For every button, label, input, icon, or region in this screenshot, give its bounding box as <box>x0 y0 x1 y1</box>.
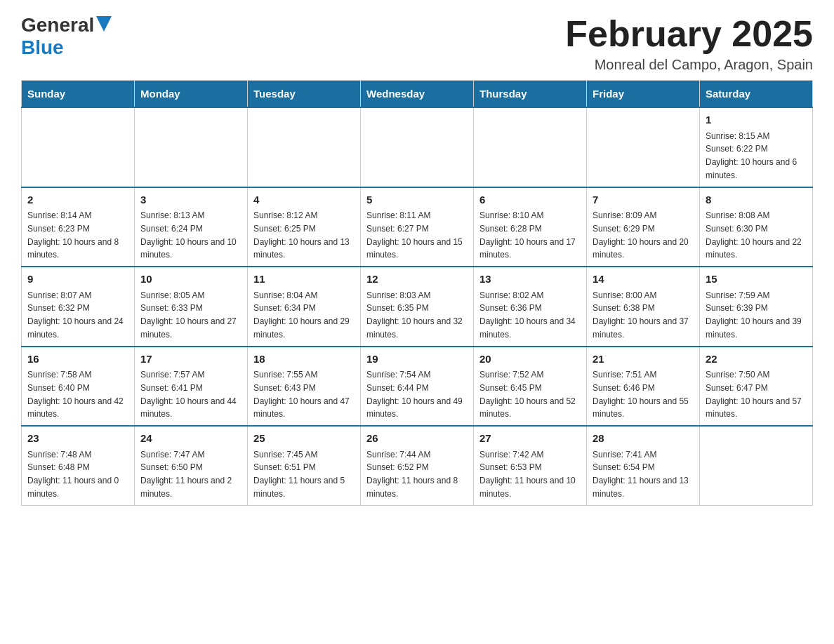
day-info: Sunrise: 7:54 AMSunset: 6:44 PMDaylight:… <box>366 370 463 419</box>
calendar-cell: 17Sunrise: 7:57 AMSunset: 6:41 PMDayligh… <box>135 347 248 427</box>
calendar-cell: 19Sunrise: 7:54 AMSunset: 6:44 PMDayligh… <box>361 347 474 427</box>
calendar-cell: 10Sunrise: 8:05 AMSunset: 6:33 PMDayligh… <box>135 267 248 347</box>
calendar-cell: 22Sunrise: 7:50 AMSunset: 6:47 PMDayligh… <box>700 347 813 427</box>
day-info: Sunrise: 7:42 AMSunset: 6:53 PMDaylight:… <box>479 450 576 499</box>
calendar-cell <box>22 107 135 187</box>
day-number: 1 <box>706 112 807 128</box>
day-info: Sunrise: 7:44 AMSunset: 6:52 PMDaylight:… <box>366 450 458 499</box>
calendar-cell: 7Sunrise: 8:09 AMSunset: 6:29 PMDaylight… <box>587 187 700 267</box>
day-number: 7 <box>593 192 694 208</box>
header: General Blue February 2025 Monreal del C… <box>21 14 813 73</box>
calendar-cell: 20Sunrise: 7:52 AMSunset: 6:45 PMDayligh… <box>474 347 587 427</box>
day-number: 6 <box>479 192 581 208</box>
day-number: 24 <box>140 431 241 447</box>
calendar-week-5: 23Sunrise: 7:48 AMSunset: 6:48 PMDayligh… <box>22 426 813 505</box>
weekday-header-tuesday: Tuesday <box>248 81 361 108</box>
day-number: 18 <box>253 351 355 368</box>
day-number: 17 <box>140 351 241 368</box>
day-number: 26 <box>366 431 468 447</box>
day-info: Sunrise: 7:57 AMSunset: 6:41 PMDaylight:… <box>140 370 237 419</box>
day-info: Sunrise: 8:15 AMSunset: 6:22 PMDaylight:… <box>706 131 797 180</box>
calendar-cell: 26Sunrise: 7:44 AMSunset: 6:52 PMDayligh… <box>361 426 474 505</box>
calendar-cell: 28Sunrise: 7:41 AMSunset: 6:54 PMDayligh… <box>587 426 700 505</box>
calendar-cell <box>587 107 700 187</box>
calendar-cell: 6Sunrise: 8:10 AMSunset: 6:28 PMDaylight… <box>474 187 587 267</box>
day-info: Sunrise: 7:55 AMSunset: 6:43 PMDaylight:… <box>253 370 350 419</box>
day-number: 15 <box>706 271 807 288</box>
calendar-cell: 27Sunrise: 7:42 AMSunset: 6:53 PMDayligh… <box>474 426 587 505</box>
day-number: 14 <box>593 271 694 288</box>
calendar-cell: 11Sunrise: 8:04 AMSunset: 6:34 PMDayligh… <box>248 267 361 347</box>
calendar-cell <box>248 107 361 187</box>
day-number: 25 <box>253 431 355 447</box>
calendar-week-2: 2Sunrise: 8:14 AMSunset: 6:23 PMDaylight… <box>22 187 813 267</box>
page-title: February 2025 <box>565 14 813 54</box>
calendar-cell: 12Sunrise: 8:03 AMSunset: 6:35 PMDayligh… <box>361 267 474 347</box>
day-info: Sunrise: 8:03 AMSunset: 6:35 PMDaylight:… <box>366 290 463 340</box>
day-info: Sunrise: 8:11 AMSunset: 6:27 PMDaylight:… <box>366 210 463 260</box>
weekday-header-thursday: Thursday <box>474 81 587 108</box>
calendar-cell <box>361 107 474 187</box>
day-info: Sunrise: 7:48 AMSunset: 6:48 PMDaylight:… <box>27 450 119 499</box>
day-number: 27 <box>479 431 581 447</box>
calendar-cell: 23Sunrise: 7:48 AMSunset: 6:48 PMDayligh… <box>22 426 135 505</box>
day-info: Sunrise: 8:07 AMSunset: 6:32 PMDaylight:… <box>27 290 124 340</box>
title-area: February 2025 Monreal del Campo, Aragon,… <box>565 14 813 73</box>
calendar-cell <box>700 426 813 505</box>
day-number: 28 <box>593 431 694 447</box>
calendar-week-4: 16Sunrise: 7:58 AMSunset: 6:40 PMDayligh… <box>22 347 813 427</box>
day-info: Sunrise: 8:13 AMSunset: 6:24 PMDaylight:… <box>140 210 237 260</box>
day-number: 10 <box>140 271 241 288</box>
day-info: Sunrise: 8:02 AMSunset: 6:36 PMDaylight:… <box>479 290 576 340</box>
logo: General Blue <box>21 14 112 59</box>
day-number: 12 <box>366 271 468 288</box>
calendar-cell: 2Sunrise: 8:14 AMSunset: 6:23 PMDaylight… <box>22 187 135 267</box>
calendar-cell <box>135 107 248 187</box>
svg-marker-0 <box>96 16 112 32</box>
calendar-cell: 24Sunrise: 7:47 AMSunset: 6:50 PMDayligh… <box>135 426 248 505</box>
calendar-cell: 15Sunrise: 7:59 AMSunset: 6:39 PMDayligh… <box>700 267 813 347</box>
day-number: 4 <box>253 192 355 208</box>
logo-triangle-icon <box>96 16 112 32</box>
subtitle: Monreal del Campo, Aragon, Spain <box>565 57 813 73</box>
calendar-week-3: 9Sunrise: 8:07 AMSunset: 6:32 PMDaylight… <box>22 267 813 347</box>
day-info: Sunrise: 7:59 AMSunset: 6:39 PMDaylight:… <box>706 290 802 340</box>
calendar-cell: 14Sunrise: 8:00 AMSunset: 6:38 PMDayligh… <box>587 267 700 347</box>
day-info: Sunrise: 8:04 AMSunset: 6:34 PMDaylight:… <box>253 290 350 340</box>
calendar-cell <box>474 107 587 187</box>
day-number: 9 <box>27 271 128 288</box>
day-info: Sunrise: 7:50 AMSunset: 6:47 PMDaylight:… <box>706 370 802 419</box>
calendar-cell: 3Sunrise: 8:13 AMSunset: 6:24 PMDaylight… <box>135 187 248 267</box>
calendar-cell: 25Sunrise: 7:45 AMSunset: 6:51 PMDayligh… <box>248 426 361 505</box>
day-info: Sunrise: 8:14 AMSunset: 6:23 PMDaylight:… <box>27 210 119 260</box>
day-number: 19 <box>366 351 468 368</box>
calendar-cell: 16Sunrise: 7:58 AMSunset: 6:40 PMDayligh… <box>22 347 135 427</box>
day-info: Sunrise: 8:08 AMSunset: 6:30 PMDaylight:… <box>706 210 802 260</box>
day-number: 2 <box>27 192 128 208</box>
day-info: Sunrise: 8:00 AMSunset: 6:38 PMDaylight:… <box>593 290 689 340</box>
weekday-header-saturday: Saturday <box>700 81 813 108</box>
day-number: 20 <box>479 351 581 368</box>
weekday-header-monday: Monday <box>135 81 248 108</box>
weekday-header-row: SundayMondayTuesdayWednesdayThursdayFrid… <box>22 81 813 108</box>
calendar-cell: 9Sunrise: 8:07 AMSunset: 6:32 PMDaylight… <box>22 267 135 347</box>
calendar-week-1: 1Sunrise: 8:15 AMSunset: 6:22 PMDaylight… <box>22 107 813 187</box>
calendar-cell: 4Sunrise: 8:12 AMSunset: 6:25 PMDaylight… <box>248 187 361 267</box>
day-info: Sunrise: 7:52 AMSunset: 6:45 PMDaylight:… <box>479 370 576 419</box>
day-info: Sunrise: 8:10 AMSunset: 6:28 PMDaylight:… <box>479 210 576 260</box>
day-number: 21 <box>593 351 694 368</box>
day-number: 23 <box>27 431 128 447</box>
day-number: 5 <box>366 192 468 208</box>
logo-general-text: General <box>21 14 94 36</box>
calendar-cell: 13Sunrise: 8:02 AMSunset: 6:36 PMDayligh… <box>474 267 587 347</box>
day-number: 11 <box>253 271 355 288</box>
day-info: Sunrise: 7:41 AMSunset: 6:54 PMDaylight:… <box>593 450 689 499</box>
day-info: Sunrise: 7:51 AMSunset: 6:46 PMDaylight:… <box>593 370 689 419</box>
calendar-cell: 21Sunrise: 7:51 AMSunset: 6:46 PMDayligh… <box>587 347 700 427</box>
calendar-cell: 18Sunrise: 7:55 AMSunset: 6:43 PMDayligh… <box>248 347 361 427</box>
day-info: Sunrise: 8:05 AMSunset: 6:33 PMDaylight:… <box>140 290 237 340</box>
day-info: Sunrise: 7:47 AMSunset: 6:50 PMDaylight:… <box>140 450 232 499</box>
logo-blue-text: Blue <box>21 36 64 58</box>
weekday-header-friday: Friday <box>587 81 700 108</box>
calendar-cell: 1Sunrise: 8:15 AMSunset: 6:22 PMDaylight… <box>700 107 813 187</box>
